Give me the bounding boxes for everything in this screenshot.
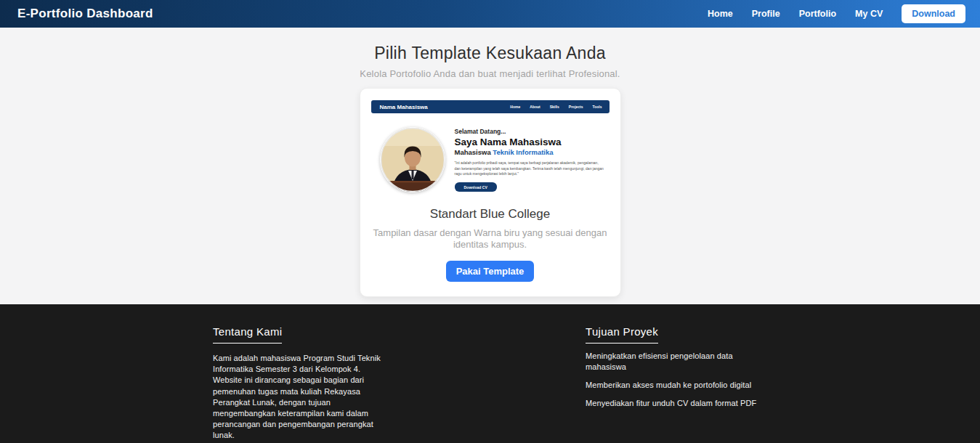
about-text: Kami adalah mahasiswa Program Studi Tekn… [213, 353, 387, 441]
preview-nav-link-home: Home [510, 105, 520, 109]
nav-link-profile[interactable]: Profile [752, 9, 780, 19]
page-subtitle: Kelola Portofolio Anda dan buat menjadi … [0, 68, 980, 79]
preview-nav-link-projects: Projects [569, 105, 583, 109]
footer-goals-column: Tujuan Proyek Meningkatkan efisiensi pen… [586, 325, 767, 441]
nav-links: Home Profile Portfolio My CV Download [708, 4, 965, 23]
footer-about-column: Tentang Kami Kami adalah mahasiswa Progr… [213, 325, 387, 441]
goal-item: Memberikan akses mudah ke portofolio dig… [586, 380, 767, 391]
preview-nav-link-about: About [530, 105, 540, 109]
preview-navbar: Nama Mahasiswa Home About Skills Project… [371, 100, 610, 113]
goal-item: Meningkatkan efisiensi pengelolaan data … [586, 351, 767, 373]
nav-link-my-cv[interactable]: My CV [855, 9, 883, 19]
top-navbar: E-Portfolio Dashboard Home Profile Portf… [0, 0, 980, 28]
preview-hero: Selamat Datang... Saya Nama Mahasiswa Ma… [371, 126, 610, 194]
goals-title: Tujuan Proyek [586, 325, 658, 344]
preview-greeting: Selamat Datang... [455, 128, 606, 135]
preview-download-cv-button: Download CV [455, 182, 497, 192]
preview-nav-links: Home About Skills Projects Tools [510, 105, 602, 109]
template-preview: Nama Mahasiswa Home About Skills Project… [371, 100, 610, 194]
preview-nav-link-tools: Tools [593, 105, 602, 109]
footer: Tentang Kami Kami adalah mahasiswa Progr… [0, 304, 980, 443]
nav-link-home[interactable]: Home [708, 9, 733, 19]
preview-bio-text: "Ini adalah portfolio pribadi saya, temp… [455, 160, 606, 177]
template-name: Standart Blue College [371, 207, 610, 222]
preview-role-highlight: Teknik Informatika [493, 148, 553, 156]
preview-nav-link-skills: Skills [550, 105, 559, 109]
preview-student-role: Mahasiswa Teknik Informatika [455, 148, 606, 156]
download-button[interactable]: Download [902, 4, 965, 23]
student-avatar-image [380, 127, 445, 192]
about-title: Tentang Kami [213, 325, 282, 344]
page-title: Pilih Template Kesukaan Anda [0, 44, 980, 63]
preview-hero-text: Selamat Datang... Saya Nama Mahasiswa Ma… [455, 128, 606, 192]
brand-title: E-Portfolio Dashboard [17, 7, 153, 21]
preview-role-prefix: Mahasiswa [455, 148, 493, 156]
template-card: Nama Mahasiswa Home About Skills Project… [360, 88, 621, 297]
nav-link-portfolio[interactable]: Portfolio [799, 9, 836, 19]
preview-brand: Nama Mahasiswa [380, 104, 428, 110]
footer-columns: Tentang Kami Kami adalah mahasiswa Progr… [213, 325, 767, 441]
template-description: Tampilan dasar dengan Warna biru yang se… [373, 227, 607, 251]
template-picker-section: Pilih Template Kesukaan Anda Kelola Port… [0, 28, 980, 304]
preview-student-name: Saya Nama Mahasiswa [455, 137, 606, 147]
use-template-button[interactable]: Pakai Template [446, 261, 535, 282]
goal-item: Menyediakan fitur unduh CV dalam format … [586, 398, 767, 409]
